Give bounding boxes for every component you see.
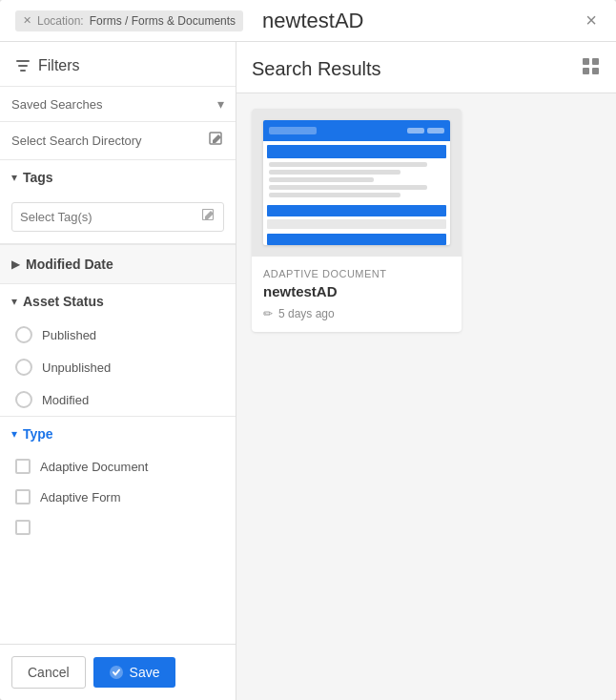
svg-rect-2	[20, 70, 26, 72]
svg-rect-7	[592, 58, 599, 65]
grid-view-icon[interactable]	[582, 57, 601, 81]
card-info: ADAPTIVE DOCUMENT newtestAD ✏ 5 days ago	[252, 257, 462, 332]
checkbox-adaptive-form-box	[15, 489, 31, 504]
type-section-title: Type	[23, 426, 53, 442]
card-time: 5 days ago	[278, 307, 335, 320]
radio-published[interactable]: Published	[0, 319, 236, 351]
card-thumbnail	[252, 109, 462, 257]
saved-searches-row[interactable]: Saved Searches ▾	[0, 86, 236, 121]
save-icon	[109, 665, 124, 680]
pencil-icon: ✏	[263, 307, 273, 320]
chevron-down-icon: ▾	[217, 96, 224, 112]
checkbox-adaptive-form[interactable]: Adaptive Form	[0, 482, 236, 512]
checkbox-adaptive-document[interactable]: Adaptive Document	[0, 451, 236, 482]
asset-status-section-header[interactable]: ▾ Asset Status	[0, 283, 236, 319]
card-type: ADAPTIVE DOCUMENT	[263, 268, 450, 279]
asset-status-chevron-icon: ▾	[11, 295, 17, 308]
filters-label: Filters	[38, 57, 80, 74]
svg-rect-1	[18, 65, 28, 67]
select-directory-label: Select Search Directory	[11, 134, 209, 148]
right-panel: Search Results	[236, 42, 616, 700]
type-options: Adaptive Document Adaptive Form	[0, 451, 236, 543]
svg-rect-8	[583, 68, 589, 74]
asset-status-title: Asset Status	[23, 294, 104, 309]
cancel-button[interactable]: Cancel	[11, 656, 86, 689]
tags-input[interactable]	[20, 210, 202, 224]
checkbox-extra[interactable]	[0, 512, 236, 543]
location-label: Location:	[37, 14, 84, 28]
save-button-label: Save	[130, 665, 160, 680]
tags-section-title: Tags	[23, 170, 53, 185]
asset-status-options: Published Unpublished Modified	[0, 319, 236, 416]
select-directory-row[interactable]: Select Search Directory	[0, 121, 236, 159]
tags-select-row	[0, 195, 236, 244]
results-area: ADAPTIVE DOCUMENT newtestAD ✏ 5 days ago	[236, 93, 616, 700]
left-panel: Filters Saved Searches ▾ Select Search D…	[0, 42, 236, 700]
radio-modified[interactable]: Modified	[0, 383, 236, 416]
radio-unpublished-label: Unpublished	[42, 360, 111, 375]
svg-rect-0	[16, 60, 30, 62]
checkbox-adaptive-document-label: Adaptive Document	[40, 460, 148, 474]
top-bar: ✕ Location: Forms / Forms & Documents ne…	[0, 0, 616, 42]
location-path: Forms / Forms & Documents	[90, 14, 236, 28]
location-close-icon[interactable]: ✕	[23, 14, 31, 27]
card-meta: ✏ 5 days ago	[263, 307, 450, 320]
search-results-title: Search Results	[252, 58, 381, 80]
filters-header: Filters	[0, 42, 236, 86]
radio-unpublished-circle	[15, 359, 32, 376]
checkbox-adaptive-form-label: Adaptive Form	[40, 490, 121, 504]
type-section-header[interactable]: ▾ Type	[0, 416, 236, 451]
tags-edit-icon	[202, 209, 216, 225]
tags-chevron-icon: ▾	[11, 171, 17, 184]
modal-title: newtestAD	[255, 9, 582, 33]
main-area: Filters Saved Searches ▾ Select Search D…	[0, 42, 616, 700]
modal-close-button[interactable]: ×	[582, 6, 601, 35]
right-header: Search Results	[236, 42, 616, 93]
save-button[interactable]: Save	[93, 657, 175, 688]
svg-rect-9	[592, 68, 599, 74]
filters-scroll: Saved Searches ▾ Select Search Directory	[0, 86, 236, 644]
modal: ✕ Location: Forms / Forms & Documents ne…	[0, 0, 616, 700]
card-name: newtestAD	[263, 283, 450, 299]
svg-rect-6	[583, 58, 589, 65]
location-tag[interactable]: ✕ Location: Forms / Forms & Documents	[15, 10, 243, 31]
filters-icon	[15, 58, 31, 73]
radio-modified-label: Modified	[42, 393, 89, 407]
radio-unpublished[interactable]: Unpublished	[0, 351, 236, 383]
left-footer: Cancel Save	[0, 644, 236, 700]
checkbox-extra-box	[15, 520, 31, 535]
modified-date-section-header[interactable]: ▶ Modified Date	[0, 244, 236, 283]
mini-document-preview	[263, 120, 450, 245]
tags-section-header[interactable]: ▾ Tags	[0, 159, 236, 195]
type-chevron-icon: ▾	[11, 427, 17, 441]
radio-modified-circle	[15, 391, 32, 408]
checkbox-adaptive-document-box	[15, 459, 31, 474]
saved-searches-label: Saved Searches	[11, 97, 217, 112]
radio-published-label: Published	[42, 328, 96, 342]
modified-date-chevron-icon: ▶	[11, 257, 20, 271]
result-card[interactable]: ADAPTIVE DOCUMENT newtestAD ✏ 5 days ago	[252, 109, 462, 332]
radio-published-circle	[15, 326, 32, 343]
edit-checkbox-icon	[209, 132, 224, 150]
tags-input-wrap[interactable]	[11, 202, 224, 232]
modified-date-title: Modified Date	[26, 257, 113, 272]
